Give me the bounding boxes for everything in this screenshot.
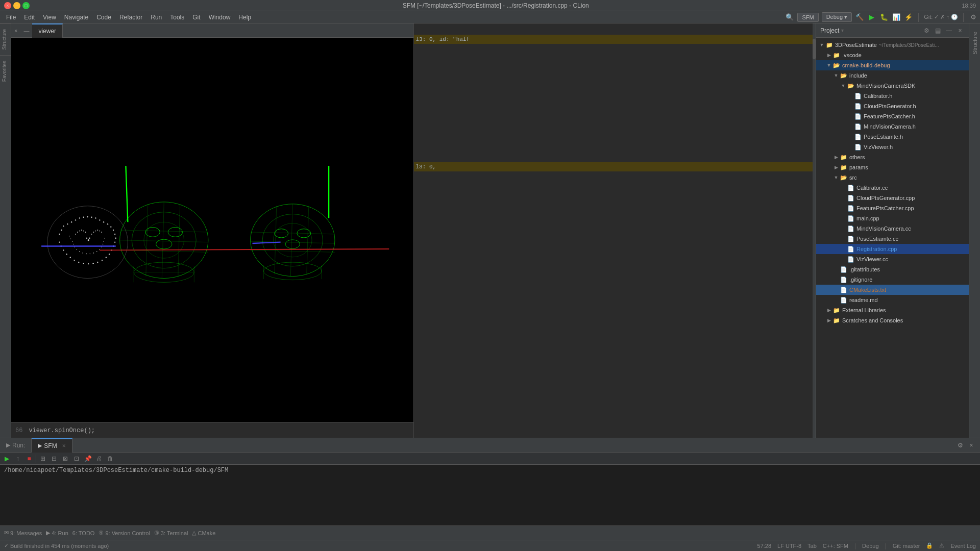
run-tool4-icon[interactable]: ⊡ [72,454,81,463]
run-pin-icon[interactable]: 📌 [83,454,92,463]
tree-cmakelists[interactable]: ▶ 📄 CMakeLists.txt [816,285,969,295]
project-collapse-icon[interactable]: — [944,26,953,35]
tree-vscode[interactable]: ▶ 📁 .vscode [816,50,969,60]
menu-window[interactable]: Window [205,13,235,22]
tree-include[interactable]: ▼ 📂 include [816,70,969,81]
menu-edit[interactable]: Edit [20,13,39,22]
menu-code[interactable]: Code [92,13,115,22]
menu-navigate[interactable]: Navigate [60,13,92,22]
bottom-tab-sfm[interactable]: ▶ SFM × [32,438,72,453]
tab-close-all[interactable]: × [11,27,20,35]
tree-params[interactable]: ▶ 📁 params [816,162,969,172]
sfm-tab-close[interactable]: × [62,442,66,449]
file-icon-cloudpts-cpp: 📄 [847,194,855,202]
menu-tools[interactable]: Tools [166,13,188,22]
tree-scratches[interactable]: ▶ 📁 Scratches and Consoles [816,315,969,325]
tree-src[interactable]: ▼ 📂 src [816,172,969,183]
menu-run[interactable]: Run [146,13,166,22]
run-up-icon[interactable]: ↑ [13,454,22,463]
sidebar-tab-structure[interactable]: Structure [0,23,11,55]
toolbar-search-icon[interactable]: 🔍 [785,13,794,22]
tree-poseestiamte-cc[interactable]: ▶ 📄 PoseEstiamte.cc [816,234,969,244]
toolbar-profile-icon[interactable]: ⚡ [904,13,913,22]
run-tab-label: Run: [12,442,25,449]
footer-tab-run[interactable]: ▶ 4: Run [46,530,68,536]
tree-cmake-build-debug[interactable]: ▼ 📂 cmake-build-debug [816,60,969,70]
tree-mindvision-sdk[interactable]: ▼ 📂 MindVisionCameraSDK [816,81,969,91]
close-button[interactable]: × [4,2,11,9]
code-scrollbar[interactable] [813,23,816,438]
toolbar-build-icon[interactable]: 🔨 [855,13,864,22]
title-bar: × − □ SFM [~/Templates/3DPoseEstimate] -… [0,0,980,11]
toolbar-debug-icon[interactable]: 🐛 [879,13,889,22]
minimize-button[interactable]: − [13,2,20,9]
tree-vizviewer-cc[interactable]: ▶ 📄 VizViewer.cc [816,254,969,264]
tree-label-src: src [849,174,857,181]
run-play-icon[interactable]: ▶ [2,454,11,463]
tab-minimize[interactable]: — [20,27,32,35]
tree-mindvisioncam-cc[interactable]: ▶ 📄 MindVisionCamera.cc [816,223,969,234]
status-event-log[interactable]: Event Log [950,542,976,549]
footer-tab-todo[interactable]: 6: TODO [72,530,95,536]
maximize-button[interactable]: □ [22,2,30,9]
status-git[interactable]: Git: master [893,542,920,549]
tree-poseestiamte-h[interactable]: ▶ 📄 PoseEstiamte.h [816,132,969,142]
tree-cloudpts-cpp[interactable]: ▶ 📄 CloudPtsGenerator.cpp [816,193,969,203]
bottom-panel-close-icon[interactable]: × [967,441,976,450]
tree-gitignore[interactable]: ▶ 📄 .gitignore [816,274,969,285]
tree-featurepts-cpp[interactable]: ▶ 📄 FeaturePtsCatcher.cpp [816,203,969,213]
run-trash-icon[interactable]: 🗑 [106,454,115,463]
status-warning-icon[interactable]: ⚠ [939,542,944,549]
sidebar-tab-structure-right[interactable]: Structure [970,28,979,59]
tree-calibrator-h[interactable]: ▶ 📄 Calibrator.h [816,91,969,101]
tree-others[interactable]: ▶ 📁 others [816,152,969,162]
bottom-tab-run-info[interactable]: ▶ Run: [0,438,32,453]
scrollbar-thumb[interactable] [813,39,816,59]
run-stop-icon[interactable]: ■ [24,454,34,463]
menu-refactor[interactable]: Refactor [115,13,146,22]
project-layout-icon[interactable]: ▤ [933,26,942,35]
tree-registration-cpp[interactable]: ▶ 📄 Registration.cpp [816,244,969,254]
run-tool1-icon[interactable]: ⊞ [38,454,47,463]
toolbar-debug-button[interactable]: Debug ▾ [822,12,852,22]
sidebar-tab-favorites[interactable]: Favorites [0,55,11,87]
file-icon-vizviewer-cc: 📄 [847,255,855,263]
toolbar-settings-icon[interactable]: ⚙ [969,13,978,22]
tree-root[interactable]: ▼ 📁 3DPoseEstimate ~/Templates/3DPoseEst… [816,40,969,50]
tree-label-sdk: MindVisionCameraSDK [856,83,915,89]
menu-view[interactable]: View [39,13,60,22]
tree-main-cpp[interactable]: ▶ 📄 main.cpp [816,213,969,223]
status-build-config[interactable]: Debug [862,542,878,549]
bottom-panel-settings-icon[interactable]: ⚙ [955,441,965,450]
tree-gitattributes[interactable]: ▶ 📄 .gitattributes [816,264,969,274]
toolbar-run-icon[interactable]: ▶ [867,13,876,22]
run-tool2-icon[interactable]: ⊟ [50,454,59,463]
status-lock-icon[interactable]: 🔒 [926,542,933,549]
status-lang[interactable]: C++: SFM [823,542,848,549]
viewer-tab[interactable]: viewer [32,23,63,38]
toolbar-coverage-icon[interactable]: 📊 [892,13,901,22]
run-tool3-icon[interactable]: ⊠ [61,454,70,463]
menu-help[interactable]: Help [234,13,255,22]
menu-git[interactable]: Git [188,13,204,22]
project-close-icon[interactable]: × [955,26,965,35]
run-print-icon[interactable]: 🖨 [94,454,104,463]
toolbar-sfm-button[interactable]: SFM [797,13,818,22]
footer-tab-messages[interactable]: ✉ 9: Messages [4,530,42,536]
tree-external-libs[interactable]: ▶ 📁 External Libraries [816,305,969,315]
tree-cloudpts-h[interactable]: ▶ 📄 CloudPtsGenerator.h [816,101,969,111]
project-gear-icon[interactable]: ⚙ [922,26,931,35]
footer-tab-terminal[interactable]: ③ 3: Terminal [154,530,188,536]
footer-tab-cmake[interactable]: △ CMake [192,530,215,536]
status-position[interactable]: 57:28 [757,542,772,549]
tree-calibrator-cc[interactable]: ▶ 📄 Calibrator.cc [816,183,969,193]
menu-file[interactable]: File [2,13,20,22]
tree-featurepts-h[interactable]: ▶ 📄 FeaturePtsCatcher.h [816,111,969,121]
status-encoding[interactable]: LF UTF-8 [777,542,801,549]
footer-tab-version-control[interactable]: ⑨ 9: Version Control [99,530,150,536]
status-tab-info[interactable]: Tab [807,542,817,549]
tree-mindvisioncam-h[interactable]: ▶ 📄 MindVisionCamera.h [816,121,969,132]
tree-readme[interactable]: ▶ 📄 readme.md [816,295,969,305]
window-controls[interactable]: × − □ [4,2,30,9]
tree-vizviewer-h[interactable]: ▶ 📄 VizViewer.h [816,142,969,152]
